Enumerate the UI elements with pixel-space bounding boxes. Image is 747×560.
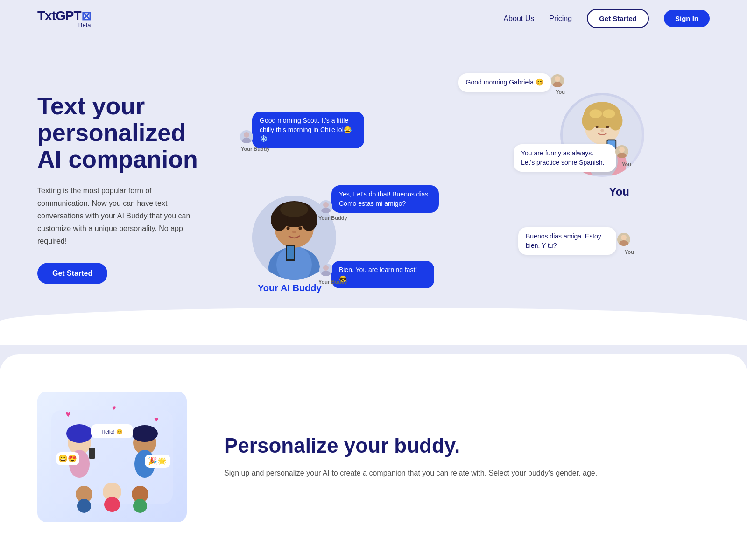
avatar-yes-lets-svg <box>319 200 332 213</box>
buddy-label: Your AI Buddy <box>258 283 322 294</box>
avatar-buenos-you-svg <box>617 233 630 246</box>
label-buenos-you: You <box>625 249 634 255</box>
personalize-illustration-svg: Hello! 😊 ♥ ♥ ♥ 😀😍 🎉🌟 <box>42 396 182 518</box>
avatar-buenos-you <box>617 233 630 246</box>
svg-rect-43 <box>89 448 95 459</box>
svg-point-33 <box>323 202 329 208</box>
svg-point-59 <box>104 497 120 512</box>
nav-links: About Us Pricing Get Started Sign In <box>503 9 710 28</box>
svg-text:♥: ♥ <box>112 404 116 412</box>
svg-point-41 <box>66 424 92 443</box>
personalize-text: Personalize your buddy. Sign up and pers… <box>224 434 710 479</box>
you-label: You <box>609 185 629 198</box>
avatar-gm-gabriela <box>551 74 564 87</box>
navbar: TxtGPT⊠ Beta About Us Pricing Get Starte… <box>0 0 747 37</box>
bubble-gm-gabriela-text: Good morning Gabriela 😊 <box>466 78 543 86</box>
label-gm-gabriela: You <box>556 89 565 95</box>
svg-point-15 <box>553 82 562 87</box>
svg-point-28 <box>287 227 290 230</box>
svg-point-45 <box>132 425 158 442</box>
svg-point-27 <box>280 202 308 217</box>
logo: TxtGPT⊠ Beta <box>37 8 91 28</box>
avatar-bien <box>319 263 332 276</box>
personalize-section: Hello! 😊 ♥ ♥ ♥ 😀😍 🎉🌟 Personalize your bu… <box>0 354 747 560</box>
bubble-bien-text: Bien. You are learning fast! 😎 <box>339 266 417 283</box>
svg-text:♥: ♥ <box>154 415 159 423</box>
avatar-gm-scott-svg <box>240 130 253 143</box>
svg-text:♥: ♥ <box>65 409 71 419</box>
svg-text:🎉🌟: 🎉🌟 <box>148 456 167 465</box>
svg-point-36 <box>619 240 628 246</box>
bubble-funny: You are funny as always. Let's practice … <box>514 144 616 172</box>
hero-description: Texting is the most popular form of comm… <box>37 184 196 248</box>
bubble-yes-lets: Yes, Let's do that! Buenos dias. Como es… <box>331 185 439 213</box>
nav-pricing[interactable]: Pricing <box>549 14 572 23</box>
svg-point-11 <box>600 129 604 132</box>
svg-point-18 <box>619 147 625 153</box>
svg-point-34 <box>321 208 331 213</box>
hero-title: Text your personalized AI companion <box>37 93 215 173</box>
svg-point-37 <box>323 265 329 271</box>
label-bien: Your Buddy <box>318 279 347 285</box>
svg-text:😀😍: 😀😍 <box>58 454 77 463</box>
avatar-funny <box>615 145 628 158</box>
avatar-yes-lets <box>319 200 332 213</box>
svg-point-7 <box>590 109 602 118</box>
personalize-desc: Sign up and personalize your AI to creat… <box>224 467 710 479</box>
personalize-illustration: Hello! 😊 ♥ ♥ ♥ 😀😍 🎉🌟 <box>37 392 187 522</box>
bubble-gm-scott-text: Good morning Scott. It's a little chilly… <box>260 117 352 142</box>
svg-point-61 <box>133 499 147 513</box>
svg-text:Hello! 😊: Hello! 😊 <box>101 428 122 435</box>
svg-point-8 <box>603 109 615 118</box>
nav-get-started-button[interactable]: Get Started <box>587 9 649 28</box>
bubble-gm-gabriela: Good morning Gabriela 😊 <box>458 73 551 92</box>
personalize-title: Personalize your buddy. <box>224 434 710 457</box>
svg-point-30 <box>292 231 296 233</box>
hero-cta-button[interactable]: Get Started <box>37 263 107 284</box>
hero-left: Text your personalized AI companion Text… <box>37 65 215 284</box>
nav-about-us[interactable]: About Us <box>503 14 534 23</box>
svg-point-17 <box>242 138 251 143</box>
svg-rect-32 <box>287 246 294 259</box>
label-funny: You <box>622 161 631 167</box>
avatar-funny-svg <box>615 145 628 158</box>
avatar-bien-svg <box>319 263 332 276</box>
wave-divider <box>0 308 747 345</box>
bubble-buenos-you-text: Buenos dias amiga. Estoy bien. Y tu? <box>526 232 601 249</box>
label-yes-lets: Your Buddy <box>318 215 347 221</box>
svg-point-57 <box>77 499 91 513</box>
nav-sign-in-button[interactable]: Sign In <box>664 10 710 27</box>
bubble-funny-text: You are funny as always. Let's practice … <box>521 149 605 166</box>
bubble-gm-scott: Good morning Scott. It's a little chilly… <box>252 112 364 148</box>
svg-point-16 <box>244 132 249 138</box>
hero-section: Text your personalized AI companion Text… <box>0 37 747 345</box>
svg-point-14 <box>555 76 560 82</box>
bubble-yes-lets-text: Yes, Let's do that! Buenos dias. Como es… <box>339 190 430 207</box>
svg-point-29 <box>299 227 302 230</box>
avatar-gm-gabriela-svg <box>551 74 564 87</box>
logo-beta: Beta <box>37 21 91 28</box>
chat-demo: You Good morning Gabriela 😊 You Good mor… <box>233 65 710 308</box>
svg-point-10 <box>606 126 609 128</box>
svg-point-35 <box>621 235 627 240</box>
svg-point-9 <box>596 126 599 128</box>
hero-right: You Good morning Gabriela 😊 You Good mor… <box>233 65 710 308</box>
avatar-gm-scott <box>240 130 253 143</box>
svg-point-38 <box>321 271 331 276</box>
label-gm-scott: Your Buddy <box>241 146 270 152</box>
bubble-buenos-you: Buenos dias amiga. Estoy bien. Y tu? <box>518 227 616 255</box>
